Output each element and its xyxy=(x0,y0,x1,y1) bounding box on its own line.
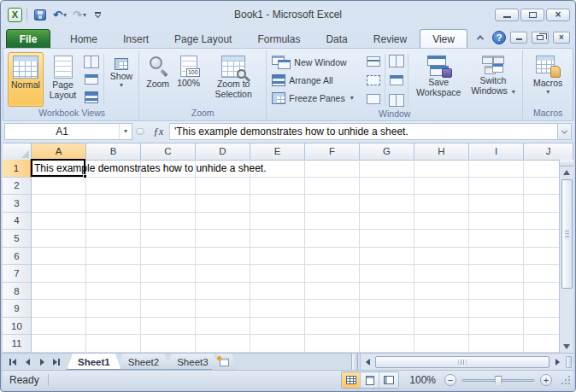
sheet-tab-sheet2[interactable]: Sheet2 xyxy=(117,354,170,370)
tab-insert[interactable]: Insert xyxy=(110,29,162,48)
row-header-8[interactable]: 8 xyxy=(3,283,32,301)
unhide-button[interactable] xyxy=(365,91,382,107)
cell-A10[interactable] xyxy=(32,318,86,336)
cell-B5[interactable] xyxy=(86,230,141,248)
formula-input[interactable]: 'This example demonstrates how to unhide… xyxy=(170,123,558,140)
cell-C4[interactable] xyxy=(141,213,196,231)
zoom-slider-thumb[interactable] xyxy=(495,376,503,387)
cell-G11[interactable] xyxy=(360,335,414,353)
switch-windows-button[interactable]: Switch Windows ▾ xyxy=(467,52,520,108)
customize-qat-button[interactable] xyxy=(91,8,104,21)
minimize-button[interactable] xyxy=(495,9,519,21)
cell-I6[interactable] xyxy=(469,248,524,266)
scroll-down-button[interactable] xyxy=(560,341,573,353)
column-header-J[interactable]: J xyxy=(524,143,573,161)
workbook-restore-button[interactable] xyxy=(532,32,549,44)
prev-sheet-button[interactable] xyxy=(21,355,34,369)
cell-E2[interactable] xyxy=(250,178,305,196)
cell-E10[interactable] xyxy=(250,318,305,336)
zoom-to-selection-button[interactable]: Zoom to Selection xyxy=(204,52,262,107)
scroll-right-button[interactable] xyxy=(550,354,564,370)
help-button[interactable]: ? xyxy=(492,31,506,44)
cell-D8[interactable] xyxy=(196,283,250,301)
cell-I1[interactable] xyxy=(469,160,524,178)
cell-D2[interactable] xyxy=(196,178,250,196)
sheet-tab-sheet3[interactable]: Sheet3 xyxy=(166,354,219,370)
cell-E5[interactable] xyxy=(250,230,305,248)
cell-A8[interactable] xyxy=(32,283,86,301)
select-all-button[interactable] xyxy=(3,143,32,161)
cell-H8[interactable] xyxy=(414,283,469,301)
row-header-10[interactable]: 10 xyxy=(3,318,32,336)
cell-H1[interactable] xyxy=(414,160,469,178)
horizontal-split-handle[interactable] xyxy=(566,356,572,368)
cell-G6[interactable] xyxy=(360,248,414,266)
row-header-4[interactable]: 4 xyxy=(3,213,32,231)
zoom-100-button[interactable]: 100 100% xyxy=(173,52,203,107)
hide-button[interactable] xyxy=(365,72,382,88)
cell-H4[interactable] xyxy=(414,213,469,231)
tab-page-layout[interactable]: Page Layout xyxy=(162,29,244,48)
cell-H3[interactable] xyxy=(414,195,469,213)
name-box-dropdown[interactable]: ▾ xyxy=(119,124,132,139)
workbook-minimize-button[interactable] xyxy=(510,32,527,44)
cell-B2[interactable] xyxy=(86,178,141,196)
column-header-I[interactable]: I xyxy=(469,143,524,161)
cell-H11[interactable] xyxy=(414,335,469,353)
page-layout-view-shortcut[interactable] xyxy=(361,372,379,388)
freeze-panes-button[interactable]: Freeze Panes ▾ xyxy=(269,89,363,107)
resize-grip[interactable] xyxy=(561,375,572,386)
cell-H2[interactable] xyxy=(414,178,469,196)
cell-B6[interactable] xyxy=(86,248,141,266)
cell-I2[interactable] xyxy=(469,178,524,196)
column-header-D[interactable]: D xyxy=(196,143,250,161)
cell-I7[interactable] xyxy=(469,265,524,283)
cell-C10[interactable] xyxy=(141,318,196,336)
cell-A11[interactable] xyxy=(32,335,86,353)
fill-handle[interactable] xyxy=(83,174,87,178)
arrange-all-button[interactable]: Arrange All xyxy=(269,71,363,89)
page-layout-view-button[interactable]: Page Layout xyxy=(44,52,82,107)
collapse-ribbon-button[interactable] xyxy=(473,32,488,44)
horizontal-scrollbar[interactable] xyxy=(360,354,573,370)
name-box[interactable]: A1 ▾ xyxy=(4,123,132,140)
scroll-left-button[interactable] xyxy=(361,354,374,370)
cell-G5[interactable] xyxy=(360,230,414,248)
workbook-close-button[interactable]: × xyxy=(553,32,570,44)
cell-A1[interactable]: This example demonstrates how to unhide … xyxy=(32,160,86,178)
cell-C5[interactable] xyxy=(141,230,196,248)
last-sheet-button[interactable] xyxy=(50,355,63,369)
cell-B8[interactable] xyxy=(86,283,141,301)
tab-split-handle[interactable] xyxy=(351,354,358,370)
horizontal-scroll-thumb[interactable] xyxy=(375,356,550,368)
cell-C11[interactable] xyxy=(141,335,196,353)
redo-dropdown-arrow[interactable]: ▾ xyxy=(83,11,86,19)
cell-B7[interactable] xyxy=(86,265,141,283)
cell-I8[interactable] xyxy=(469,283,524,301)
row-header-3[interactable]: 3 xyxy=(3,195,32,213)
zoom-out-button[interactable]: − xyxy=(444,374,456,386)
cell-G9[interactable] xyxy=(360,300,414,318)
cell-B9[interactable] xyxy=(86,300,141,318)
cell-F5[interactable] xyxy=(305,230,360,248)
cell-A3[interactable] xyxy=(32,195,86,213)
cell-C9[interactable] xyxy=(141,300,196,318)
cell-A6[interactable] xyxy=(32,248,86,266)
column-header-A[interactable]: A xyxy=(32,143,86,161)
column-header-C[interactable]: C xyxy=(141,143,196,161)
cell-E4[interactable] xyxy=(250,213,305,231)
cell-E6[interactable] xyxy=(250,248,305,266)
cell-B4[interactable] xyxy=(86,213,141,231)
expand-formula-bar-button[interactable] xyxy=(558,123,572,140)
cell-F11[interactable] xyxy=(305,335,360,353)
cell-F4[interactable] xyxy=(305,213,360,231)
excel-logo-icon[interactable]: X xyxy=(8,8,22,22)
zoom-in-button[interactable]: + xyxy=(540,374,552,386)
custom-views-button[interactable] xyxy=(83,72,100,88)
row-header-9[interactable]: 9 xyxy=(3,300,32,318)
tab-home[interactable]: Home xyxy=(57,29,110,48)
cell-E7[interactable] xyxy=(250,265,305,283)
cell-D9[interactable] xyxy=(196,300,250,318)
cell-H5[interactable] xyxy=(414,230,469,248)
cell-C3[interactable] xyxy=(141,195,196,213)
